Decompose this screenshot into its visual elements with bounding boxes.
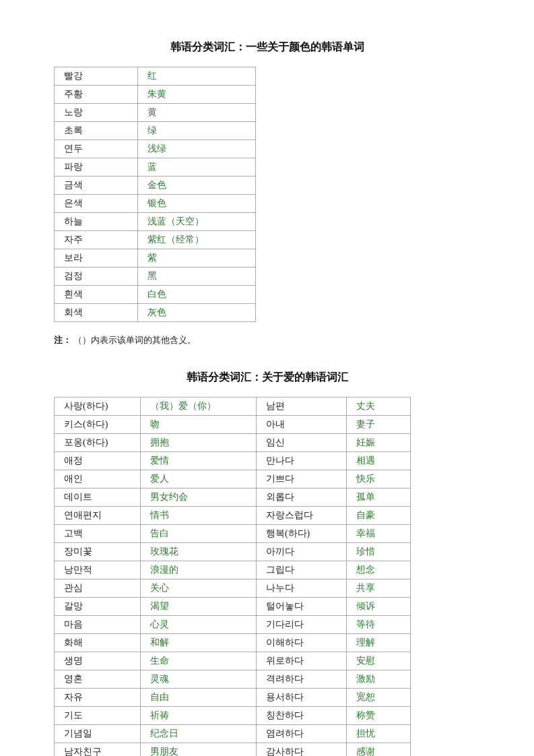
chinese-cell: 浅绿	[137, 140, 255, 158]
right-chinese-cell: 幸福	[347, 525, 411, 543]
korean-cell: 은색	[55, 195, 138, 213]
right-chinese-cell: 丈夫	[347, 398, 411, 416]
left-chinese-cell: 和解	[140, 634, 256, 652]
left-chinese-cell: 浪漫的	[140, 561, 256, 579]
table-row: 생명 生命 위로하다 安慰	[55, 652, 411, 670]
left-korean-cell: 사랑(하다)	[55, 398, 141, 416]
right-korean-cell: 위로하다	[256, 652, 346, 670]
table-row: 자유 自由 용서하다 宽恕	[55, 689, 411, 707]
korean-cell: 자주	[55, 231, 138, 249]
left-chinese-cell: 拥抱	[140, 434, 256, 452]
table-row: 흰색 白色	[55, 286, 256, 304]
korean-cell: 파랑	[55, 158, 138, 177]
left-korean-cell: 키스(하다)	[55, 416, 141, 434]
table-row: 회색 灰色	[55, 304, 256, 322]
love-table: 사랑(하다) （我）爱（你） 남편 丈夫 키스(하다) 吻 아내 妻子 포옹(하…	[54, 397, 411, 756]
note-text: （）内表示该单词的其他含义。	[73, 335, 196, 345]
table-row: 영혼 灵魂 격려하다 激励	[55, 670, 411, 689]
left-korean-cell: 포옹(하다)	[55, 434, 141, 452]
right-chinese-cell: 理解	[347, 634, 411, 652]
right-chinese-cell: 妊娠	[347, 434, 411, 452]
left-korean-cell: 영혼	[55, 670, 141, 689]
table-row: 키스(하다) 吻 아내 妻子	[55, 416, 411, 434]
korean-cell: 노랑	[55, 104, 138, 122]
left-chinese-cell: 灵魂	[140, 670, 256, 689]
table-row: 마음 心灵 기다리다 等待	[55, 616, 411, 634]
chinese-cell: 白色	[137, 286, 255, 304]
left-korean-cell: 남자친구	[55, 743, 141, 757]
right-korean-cell: 격려하다	[256, 670, 346, 689]
right-chinese-cell: 孤单	[347, 489, 411, 507]
right-korean-cell: 외롭다	[256, 489, 346, 507]
left-korean-cell: 자유	[55, 689, 141, 707]
korean-cell: 회색	[55, 304, 138, 322]
section2: 韩语分类词汇：关于爱的韩语词汇 사랑(하다) （我）爱（你） 남편 丈夫 키스(…	[54, 371, 480, 756]
left-korean-cell: 데이트	[55, 489, 141, 507]
right-chinese-cell: 共享	[347, 579, 411, 598]
korean-cell: 흰색	[55, 286, 138, 304]
right-korean-cell: 용서하다	[256, 689, 346, 707]
left-chinese-cell: 生命	[140, 652, 256, 670]
right-chinese-cell: 相遇	[347, 452, 411, 470]
table-row: 장미꽃 玫瑰花 아끼다 珍惜	[55, 543, 411, 561]
right-korean-cell: 아끼다	[256, 543, 346, 561]
left-chinese-cell: 男女约会	[140, 489, 256, 507]
chinese-cell: 金色	[137, 177, 255, 195]
right-korean-cell: 염려하다	[256, 725, 346, 743]
left-chinese-cell: 吻	[140, 416, 256, 434]
table-row: 빨강 红	[55, 67, 256, 86]
left-chinese-cell: 玫瑰花	[140, 543, 256, 561]
left-korean-cell: 기념일	[55, 725, 141, 743]
korean-cell: 빨강	[55, 67, 138, 86]
chinese-cell: 紫红（经常）	[137, 231, 255, 249]
left-korean-cell: 고백	[55, 525, 141, 543]
table-row: 자주 紫红（经常）	[55, 231, 256, 249]
table-row: 애정 爱情 만나다 相遇	[55, 452, 411, 470]
left-chinese-cell: 渴望	[140, 598, 256, 616]
right-korean-cell: 그립다	[256, 561, 346, 579]
note-label: 注：	[54, 335, 71, 345]
right-korean-cell: 만나다	[256, 452, 346, 470]
korean-cell: 주황	[55, 86, 138, 104]
right-korean-cell: 아내	[256, 416, 346, 434]
table-row: 연애편지 情书 자랑스럽다 自豪	[55, 507, 411, 525]
table-row: 금색 金色	[55, 177, 256, 195]
table-row: 갈망 渴望 털어놓다 倾诉	[55, 598, 411, 616]
right-korean-cell: 남편	[256, 398, 346, 416]
right-korean-cell: 이해하다	[256, 634, 346, 652]
table-row: 파랑 蓝	[55, 158, 256, 177]
colors-table: 빨강 红 주황 朱黄 노랑 黄 초록 绿 연두 浅绿 파랑 蓝 금색 金色 은색…	[54, 67, 256, 322]
right-chinese-cell: 等待	[347, 616, 411, 634]
right-chinese-cell: 自豪	[347, 507, 411, 525]
left-chinese-cell: 祈祷	[140, 707, 256, 725]
right-korean-cell: 임신	[256, 434, 346, 452]
chinese-cell: 黑	[137, 267, 255, 286]
left-korean-cell: 갈망	[55, 598, 141, 616]
table-row: 사랑(하다) （我）爱（你） 남편 丈夫	[55, 398, 411, 416]
table-row: 하늘 浅蓝（天空）	[55, 213, 256, 231]
right-chinese-cell: 激励	[347, 670, 411, 689]
right-korean-cell: 기다리다	[256, 616, 346, 634]
right-chinese-cell: 安慰	[347, 652, 411, 670]
right-korean-cell: 기쁘다	[256, 470, 346, 489]
left-chinese-cell: （我）爱（你）	[140, 398, 256, 416]
table-row: 애인 爱人 기쁘다 快乐	[55, 470, 411, 489]
left-korean-cell: 관심	[55, 579, 141, 598]
right-korean-cell: 자랑스럽다	[256, 507, 346, 525]
table-row: 검정 黑	[55, 267, 256, 286]
left-chinese-cell: 爱情	[140, 452, 256, 470]
table-row: 포옹(하다) 拥抱 임신 妊娠	[55, 434, 411, 452]
right-chinese-cell: 快乐	[347, 470, 411, 489]
table-row: 은색 银色	[55, 195, 256, 213]
table-row: 초록 绿	[55, 122, 256, 140]
korean-cell: 하늘	[55, 213, 138, 231]
table-row: 화해 和解 이해하다 理解	[55, 634, 411, 652]
chinese-cell: 浅蓝（天空）	[137, 213, 255, 231]
right-korean-cell: 털어놓다	[256, 598, 346, 616]
table-row: 기도 祈祷 칭찬하다 称赞	[55, 707, 411, 725]
table-row: 기념일 纪念日 염려하다 担忧	[55, 725, 411, 743]
section1-title: 韩语分类词汇：一些关于颜色的韩语单词	[54, 40, 480, 55]
left-korean-cell: 애정	[55, 452, 141, 470]
korean-cell: 검정	[55, 267, 138, 286]
korean-cell: 금색	[55, 177, 138, 195]
